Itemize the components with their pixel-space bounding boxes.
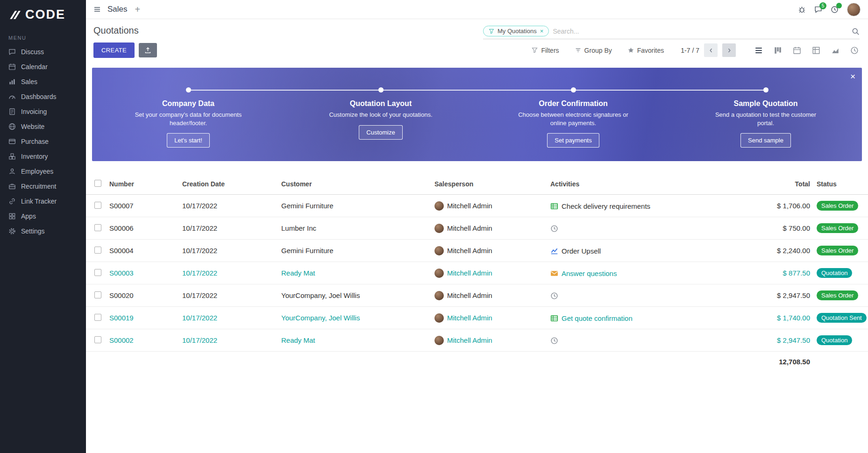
pivot-view-icon[interactable] — [812, 46, 820, 55]
table-row[interactable]: S00020 10/17/2022 YourCompany, Joel Will… — [86, 284, 868, 307]
group-by-button[interactable]: Group By — [575, 47, 612, 54]
col-creation-date[interactable]: Creation Date — [180, 174, 279, 195]
status-badge: Sales Order — [817, 290, 858, 300]
kanban-view-icon[interactable] — [774, 46, 782, 55]
sidebar-item-inventory[interactable]: Inventory — [0, 149, 86, 164]
quotation-number[interactable]: S00002 — [107, 329, 180, 352]
table-row[interactable]: S00003 10/17/2022 Ready Mat Mitchell Adm… — [86, 262, 868, 284]
quotation-number[interactable]: S00004 — [107, 240, 180, 262]
activity-cell[interactable] — [548, 284, 763, 307]
sidebar-item-settings[interactable]: Settings — [0, 224, 86, 239]
quotation-number[interactable]: S00007 — [107, 195, 180, 217]
sidebar-item-recruitment[interactable]: Recruitment — [0, 179, 86, 194]
chart-icon — [550, 247, 558, 255]
table-row[interactable]: S00004 10/17/2022 Gemini Furniture Mitch… — [86, 240, 868, 262]
sidebar-item-sales[interactable]: Sales — [0, 74, 86, 89]
select-all-checkbox[interactable] — [94, 180, 101, 187]
table-row[interactable]: S00002 10/17/2022 Ready Mat Mitchell Adm… — [86, 329, 868, 352]
sidebar-item-apps[interactable]: Apps — [0, 209, 86, 224]
activity-cell[interactable] — [548, 217, 763, 240]
filters-label: Filters — [541, 47, 559, 54]
activities-clock-icon[interactable] — [831, 6, 839, 14]
sidebar-item-discuss[interactable]: Discuss — [0, 44, 86, 59]
step-title: Order Confirmation — [477, 99, 669, 108]
graph-view-icon[interactable] — [831, 46, 840, 55]
sidebar-item-label: Sales — [21, 78, 37, 85]
sidebar-item-invoicing[interactable]: Invoicing — [0, 104, 86, 119]
new-tab-button[interactable]: + — [134, 5, 142, 14]
facet-close-icon[interactable] — [540, 28, 544, 35]
pager-next-button[interactable] — [722, 43, 736, 57]
activity-cell[interactable]: Answer questions — [548, 262, 763, 284]
filters-button[interactable]: Filters — [532, 47, 559, 54]
calendar-view-icon[interactable] — [793, 46, 801, 55]
quotation-number[interactable]: S00006 — [107, 217, 180, 240]
activities-badge — [836, 3, 842, 8]
row-checkbox[interactable] — [94, 291, 101, 298]
pager-prev-button[interactable] — [704, 43, 718, 57]
total-amount: $ 750.00 — [763, 217, 815, 240]
col-number[interactable]: Number — [107, 174, 180, 195]
row-checkbox[interactable] — [94, 247, 101, 254]
customize-button[interactable]: Customize — [359, 125, 402, 140]
banner-close-icon[interactable] — [850, 71, 855, 82]
col-status[interactable]: Status — [815, 174, 868, 195]
quotation-number[interactable]: S00019 — [107, 307, 180, 329]
activity-cell[interactable]: Get quote confirmation — [548, 307, 763, 329]
sidebar-item-calendar[interactable]: Calendar — [0, 59, 86, 74]
activity-view-icon[interactable] — [850, 46, 859, 55]
table-row[interactable]: S00007 10/17/2022 Gemini Furniture Mitch… — [86, 195, 868, 217]
search-icon[interactable] — [852, 27, 860, 35]
main-area: Sales + 5 Quotations My Quotations — [86, 0, 868, 372]
row-checkbox[interactable] — [94, 314, 101, 321]
step-dot — [186, 87, 191, 92]
row-checkbox[interactable] — [94, 224, 101, 231]
create-button[interactable]: CREATE — [93, 42, 135, 58]
sidebar-item-employees[interactable]: Employees — [0, 164, 86, 179]
set-payments-button[interactable]: Set payments — [547, 133, 599, 148]
creation-date: 10/17/2022 — [180, 329, 279, 352]
export-button[interactable] — [139, 43, 157, 58]
col-total[interactable]: Total — [763, 174, 815, 195]
user-avatar[interactable] — [847, 3, 861, 16]
salesperson-avatar — [434, 291, 444, 300]
row-checkbox[interactable] — [94, 202, 101, 209]
activity-label: Answer questions — [562, 269, 617, 277]
search-bar[interactable]: My Quotations — [483, 26, 860, 39]
app-name[interactable]: Sales — [107, 5, 128, 14]
sidebar-item-label: Apps — [21, 212, 36, 220]
search-facet[interactable]: My Quotations — [483, 26, 549, 36]
row-checkbox[interactable] — [94, 269, 101, 276]
activity-cell[interactable]: Order Upsell — [548, 240, 763, 262]
status-badge: Quotation — [817, 268, 852, 278]
hamburger-menu-icon[interactable] — [93, 6, 101, 13]
col-salesperson[interactable]: Salesperson — [433, 174, 548, 195]
favorites-label: Favorites — [637, 47, 664, 54]
invoicing-icon — [8, 108, 16, 115]
sidebar-item-dashboards[interactable]: Dashboards — [0, 89, 86, 104]
col-activities[interactable]: Activities — [548, 174, 763, 195]
table-row[interactable]: S00019 10/17/2022 YourCompany, Joel Will… — [86, 307, 868, 329]
step-title: Sample Quotation — [669, 99, 862, 108]
activity-cell[interactable] — [548, 329, 763, 352]
search-input[interactable] — [553, 28, 848, 35]
sidebar-item-link-tracker[interactable]: Link Tracker — [0, 194, 86, 209]
sidebar-item-website[interactable]: Website — [0, 119, 86, 134]
list-view-icon[interactable] — [754, 46, 763, 55]
send-sample-button[interactable]: Send sample — [740, 133, 791, 148]
activity-cell[interactable]: Check delivery requirements — [548, 195, 763, 217]
brand-logo[interactable]: CODE — [0, 0, 86, 30]
quotation-number[interactable]: S00003 — [107, 262, 180, 284]
logo-icon — [7, 9, 21, 21]
messages-icon[interactable]: 5 — [814, 6, 822, 14]
lets-start-button[interactable]: Let's start! — [167, 133, 210, 148]
salesperson-avatar — [434, 201, 444, 211]
sidebar-item-purchase[interactable]: Purchase — [0, 134, 86, 149]
funnel-icon — [532, 47, 538, 53]
debug-bug-icon[interactable] — [798, 6, 806, 14]
quotation-number[interactable]: S00020 — [107, 284, 180, 307]
row-checkbox[interactable] — [94, 336, 101, 343]
favorites-button[interactable]: Favorites — [628, 47, 664, 54]
table-row[interactable]: S00006 10/17/2022 Lumber Inc Mitchell Ad… — [86, 217, 868, 240]
col-customer[interactable]: Customer — [279, 174, 433, 195]
